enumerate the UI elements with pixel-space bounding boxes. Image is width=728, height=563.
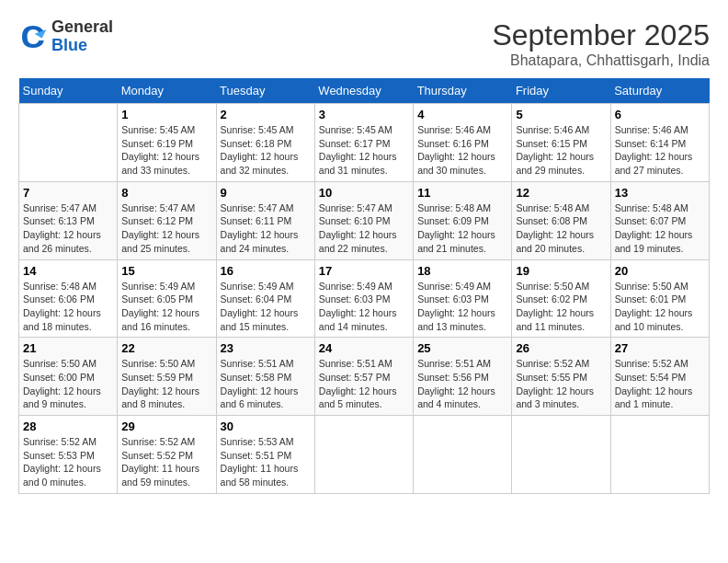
calendar-day-cell: 24Sunrise: 5:51 AM Sunset: 5:57 PM Dayli… xyxy=(314,338,413,416)
day-info: Sunrise: 5:46 AM Sunset: 6:14 PM Dayligh… xyxy=(615,123,705,178)
header-thursday: Thursday xyxy=(414,78,512,104)
logo-icon xyxy=(18,22,48,52)
calendar-day-cell: 20Sunrise: 5:50 AM Sunset: 6:01 PM Dayli… xyxy=(610,259,709,338)
calendar-day-cell xyxy=(610,416,709,494)
day-number: 13 xyxy=(615,186,705,200)
calendar-day-cell: 2Sunrise: 5:45 AM Sunset: 6:18 PM Daylig… xyxy=(216,104,314,182)
calendar-day-cell: 12Sunrise: 5:48 AM Sunset: 6:08 PM Dayli… xyxy=(512,181,610,259)
day-info: Sunrise: 5:48 AM Sunset: 6:08 PM Dayligh… xyxy=(516,201,606,256)
day-info: Sunrise: 5:49 AM Sunset: 6:05 PM Dayligh… xyxy=(121,280,211,334)
day-number: 14 xyxy=(23,264,113,278)
calendar-day-cell: 10Sunrise: 5:47 AM Sunset: 6:10 PM Dayli… xyxy=(314,181,413,259)
calendar-day-cell xyxy=(414,416,512,494)
day-number: 28 xyxy=(23,419,113,433)
day-info: Sunrise: 5:47 AM Sunset: 6:11 PM Dayligh… xyxy=(221,201,311,256)
logo: General Blue xyxy=(18,18,113,55)
calendar-day-cell: 5Sunrise: 5:46 AM Sunset: 6:15 PM Daylig… xyxy=(512,104,610,182)
calendar-week-row: 1Sunrise: 5:45 AM Sunset: 6:19 PM Daylig… xyxy=(19,104,710,182)
day-number: 7 xyxy=(23,186,113,200)
day-number: 4 xyxy=(417,108,507,121)
calendar-day-cell: 18Sunrise: 5:49 AM Sunset: 6:03 PM Dayli… xyxy=(414,259,512,338)
calendar-header-row: Sunday Monday Tuesday Wednesday Thursday… xyxy=(19,78,710,104)
day-number: 23 xyxy=(221,341,311,355)
calendar-day-cell: 19Sunrise: 5:50 AM Sunset: 6:02 PM Dayli… xyxy=(512,259,610,338)
calendar-table: Sunday Monday Tuesday Wednesday Thursday… xyxy=(18,78,710,494)
calendar-day-cell: 17Sunrise: 5:49 AM Sunset: 6:03 PM Dayli… xyxy=(314,259,413,338)
calendar-day-cell: 11Sunrise: 5:48 AM Sunset: 6:09 PM Dayli… xyxy=(414,181,512,259)
day-info: Sunrise: 5:50 AM Sunset: 6:01 PM Dayligh… xyxy=(615,280,705,334)
calendar-day-cell: 23Sunrise: 5:51 AM Sunset: 5:58 PM Dayli… xyxy=(216,338,314,416)
day-info: Sunrise: 5:49 AM Sunset: 6:03 PM Dayligh… xyxy=(319,280,409,334)
day-info: Sunrise: 5:50 AM Sunset: 5:59 PM Dayligh… xyxy=(121,357,211,411)
day-info: Sunrise: 5:52 AM Sunset: 5:55 PM Dayligh… xyxy=(516,357,606,411)
calendar-day-cell: 7Sunrise: 5:47 AM Sunset: 6:13 PM Daylig… xyxy=(19,181,118,259)
calendar-week-row: 28Sunrise: 5:52 AM Sunset: 5:53 PM Dayli… xyxy=(19,416,710,494)
calendar-day-cell: 14Sunrise: 5:48 AM Sunset: 6:06 PM Dayli… xyxy=(19,259,118,338)
day-info: Sunrise: 5:49 AM Sunset: 6:03 PM Dayligh… xyxy=(417,280,507,334)
calendar-day-cell: 26Sunrise: 5:52 AM Sunset: 5:55 PM Dayli… xyxy=(512,338,610,416)
day-number: 1 xyxy=(121,108,211,121)
day-info: Sunrise: 5:47 AM Sunset: 6:10 PM Dayligh… xyxy=(319,201,409,256)
month-title: September 2025 xyxy=(492,18,710,52)
day-info: Sunrise: 5:50 AM Sunset: 6:02 PM Dayligh… xyxy=(516,280,606,334)
day-number: 5 xyxy=(516,108,606,121)
header-wednesday: Wednesday xyxy=(314,78,413,104)
day-info: Sunrise: 5:52 AM Sunset: 5:52 PM Dayligh… xyxy=(121,435,211,489)
logo-text: General Blue xyxy=(51,18,113,55)
day-info: Sunrise: 5:51 AM Sunset: 5:56 PM Dayligh… xyxy=(417,357,507,411)
calendar-day-cell: 13Sunrise: 5:48 AM Sunset: 6:07 PM Dayli… xyxy=(610,181,709,259)
day-number: 8 xyxy=(121,186,211,200)
header-tuesday: Tuesday xyxy=(216,78,314,104)
day-number: 24 xyxy=(319,341,409,355)
calendar-day-cell: 8Sunrise: 5:47 AM Sunset: 6:12 PM Daylig… xyxy=(118,181,216,259)
day-number: 3 xyxy=(319,108,409,121)
calendar-day-cell: 16Sunrise: 5:49 AM Sunset: 6:04 PM Dayli… xyxy=(216,259,314,338)
calendar-day-cell: 1Sunrise: 5:45 AM Sunset: 6:19 PM Daylig… xyxy=(118,104,216,182)
day-number: 16 xyxy=(221,264,311,278)
location: Bhatapara, Chhattisgarh, India xyxy=(492,52,710,69)
day-info: Sunrise: 5:48 AM Sunset: 6:06 PM Dayligh… xyxy=(23,280,113,334)
calendar-day-cell: 29Sunrise: 5:52 AM Sunset: 5:52 PM Dayli… xyxy=(118,416,216,494)
day-info: Sunrise: 5:46 AM Sunset: 6:16 PM Dayligh… xyxy=(417,123,507,178)
day-number: 30 xyxy=(221,419,311,433)
day-number: 20 xyxy=(615,264,705,278)
day-number: 21 xyxy=(23,341,113,355)
day-info: Sunrise: 5:45 AM Sunset: 6:17 PM Dayligh… xyxy=(319,123,409,178)
day-info: Sunrise: 5:51 AM Sunset: 5:58 PM Dayligh… xyxy=(221,357,311,411)
header-sunday: Sunday xyxy=(19,78,118,104)
calendar-day-cell: 25Sunrise: 5:51 AM Sunset: 5:56 PM Dayli… xyxy=(414,338,512,416)
calendar-day-cell xyxy=(512,416,610,494)
day-number: 29 xyxy=(121,419,211,433)
day-info: Sunrise: 5:49 AM Sunset: 6:04 PM Dayligh… xyxy=(221,280,311,334)
day-info: Sunrise: 5:53 AM Sunset: 5:51 PM Dayligh… xyxy=(221,435,311,489)
day-number: 19 xyxy=(516,264,606,278)
day-info: Sunrise: 5:48 AM Sunset: 6:07 PM Dayligh… xyxy=(615,201,705,256)
day-info: Sunrise: 5:52 AM Sunset: 5:53 PM Dayligh… xyxy=(23,435,113,489)
day-info: Sunrise: 5:51 AM Sunset: 5:57 PM Dayligh… xyxy=(319,357,409,411)
calendar-day-cell xyxy=(19,104,118,182)
day-number: 6 xyxy=(615,108,705,121)
day-number: 11 xyxy=(417,186,507,200)
calendar-day-cell: 15Sunrise: 5:49 AM Sunset: 6:05 PM Dayli… xyxy=(118,259,216,338)
day-info: Sunrise: 5:45 AM Sunset: 6:19 PM Dayligh… xyxy=(121,123,211,178)
day-info: Sunrise: 5:50 AM Sunset: 6:00 PM Dayligh… xyxy=(23,357,113,411)
day-info: Sunrise: 5:48 AM Sunset: 6:09 PM Dayligh… xyxy=(417,201,507,256)
header-monday: Monday xyxy=(118,78,216,104)
day-number: 26 xyxy=(516,341,606,355)
calendar-day-cell: 21Sunrise: 5:50 AM Sunset: 6:00 PM Dayli… xyxy=(19,338,118,416)
day-number: 2 xyxy=(221,108,311,121)
calendar-day-cell: 28Sunrise: 5:52 AM Sunset: 5:53 PM Dayli… xyxy=(19,416,118,494)
page-header: General Blue September 2025 Bhatapara, C… xyxy=(18,18,710,69)
calendar-day-cell xyxy=(314,416,413,494)
calendar-day-cell: 22Sunrise: 5:50 AM Sunset: 5:59 PM Dayli… xyxy=(118,338,216,416)
calendar-week-row: 7Sunrise: 5:47 AM Sunset: 6:13 PM Daylig… xyxy=(19,181,710,259)
calendar-day-cell: 6Sunrise: 5:46 AM Sunset: 6:14 PM Daylig… xyxy=(610,104,709,182)
day-info: Sunrise: 5:52 AM Sunset: 5:54 PM Dayligh… xyxy=(615,357,705,411)
calendar-day-cell: 27Sunrise: 5:52 AM Sunset: 5:54 PM Dayli… xyxy=(610,338,709,416)
title-block: September 2025 Bhatapara, Chhattisgarh, … xyxy=(492,18,710,69)
calendar-week-row: 14Sunrise: 5:48 AM Sunset: 6:06 PM Dayli… xyxy=(19,259,710,338)
header-saturday: Saturday xyxy=(610,78,709,104)
header-friday: Friday xyxy=(512,78,610,104)
calendar-day-cell: 9Sunrise: 5:47 AM Sunset: 6:11 PM Daylig… xyxy=(216,181,314,259)
day-number: 12 xyxy=(516,186,606,200)
